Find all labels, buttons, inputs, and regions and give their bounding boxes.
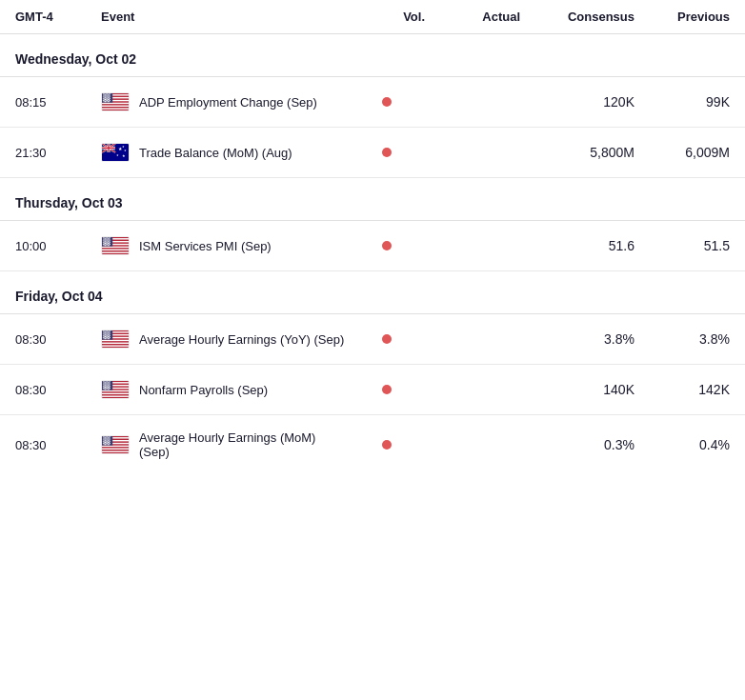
- svg-point-75: [103, 237, 104, 238]
- country-flag: [101, 435, 130, 454]
- event-name: Nonfarm Payrolls (Sep): [139, 383, 268, 397]
- previous-value: 51.5: [634, 238, 730, 253]
- svg-point-19: [103, 95, 104, 96]
- svg-point-245: [107, 438, 108, 439]
- svg-point-150: [104, 335, 105, 336]
- svg-point-136: [108, 331, 109, 332]
- svg-point-38: [106, 99, 107, 100]
- svg-point-146: [106, 334, 107, 335]
- svg-point-189: [109, 382, 110, 383]
- svg-point-249: [105, 440, 106, 441]
- svg-point-201: [103, 386, 104, 387]
- svg-point-165: [110, 337, 111, 338]
- svg-point-101: [108, 242, 109, 243]
- event-time: 08:30: [15, 332, 101, 347]
- svg-point-50: [108, 101, 109, 102]
- svg-point-262: [108, 442, 109, 443]
- svg-rect-72: [102, 250, 129, 250]
- svg-point-194: [108, 383, 109, 384]
- svg-point-130: [107, 330, 108, 331]
- svg-point-42: [104, 100, 105, 101]
- svg-point-131: [108, 330, 109, 331]
- svg-point-238: [105, 437, 106, 438]
- previous-value: 3.8%: [634, 331, 730, 347]
- svg-point-207: [104, 387, 105, 388]
- svg-point-24: [110, 95, 111, 96]
- svg-point-81: [104, 238, 105, 239]
- col-actual: Actual: [425, 10, 520, 24]
- vol-cell: [349, 238, 425, 253]
- svg-point-22: [107, 95, 108, 96]
- svg-point-17: [108, 94, 109, 95]
- svg-point-251: [108, 440, 109, 441]
- svg-rect-175: [102, 390, 129, 391]
- consensus-value: 120K: [520, 94, 634, 110]
- svg-point-79: [108, 237, 109, 238]
- svg-point-16: [106, 94, 107, 95]
- svg-point-254: [104, 441, 105, 442]
- svg-point-253: [103, 441, 104, 442]
- svg-point-9: [104, 93, 105, 94]
- svg-point-199: [108, 385, 109, 386]
- svg-point-162: [106, 337, 107, 338]
- consensus-value: 51.6: [520, 238, 634, 253]
- svg-point-261: [106, 442, 107, 443]
- svg-point-243: [104, 438, 105, 439]
- svg-point-115: [105, 245, 106, 246]
- table-row: 10:00: [0, 221, 745, 271]
- svg-rect-61: [102, 148, 115, 149]
- country-flag: ★ ★ ★ ★ ★: [101, 143, 130, 162]
- svg-point-41: [103, 100, 104, 101]
- calendar-body: Wednesday, Oct 02 08:15: [0, 34, 745, 474]
- previous-value: 142K: [634, 382, 730, 397]
- svg-point-98: [104, 242, 105, 243]
- col-vol: Vol.: [349, 10, 425, 24]
- svg-point-183: [108, 381, 109, 382]
- svg-rect-5: [102, 106, 129, 107]
- svg-point-14: [104, 94, 105, 95]
- svg-point-47: [104, 101, 105, 102]
- svg-point-114: [104, 245, 105, 246]
- volatility-indicator: [382, 97, 392, 107]
- svg-rect-4: [102, 103, 129, 104]
- svg-point-192: [106, 383, 107, 384]
- svg-point-215: [107, 388, 108, 389]
- svg-point-143: [110, 332, 111, 333]
- svg-point-257: [108, 441, 109, 442]
- svg-rect-228: [102, 449, 129, 450]
- svg-point-170: [109, 338, 110, 339]
- svg-point-168: [106, 338, 107, 339]
- svg-point-97: [103, 242, 104, 243]
- svg-point-23: [108, 95, 109, 96]
- previous-value: 0.4%: [634, 437, 730, 452]
- svg-text:★: ★: [122, 145, 125, 149]
- svg-point-27: [106, 97, 107, 98]
- event-details: ADP Employment Change (Sep): [101, 92, 349, 111]
- volatility-indicator: [382, 385, 392, 394]
- svg-point-100: [107, 242, 108, 243]
- svg-rect-123: [102, 340, 129, 341]
- svg-point-167: [105, 338, 106, 339]
- svg-point-110: [106, 244, 107, 245]
- col-consensus: Consensus: [520, 10, 634, 24]
- svg-point-32: [106, 98, 107, 99]
- svg-point-155: [104, 336, 105, 337]
- consensus-value: 5,800M: [520, 145, 634, 160]
- svg-point-205: [108, 386, 109, 387]
- svg-point-94: [106, 241, 107, 242]
- event-time: 21:30: [15, 146, 101, 160]
- event-time: 08:30: [15, 383, 101, 397]
- svg-point-144: [104, 334, 105, 335]
- svg-point-164: [108, 337, 109, 338]
- svg-point-142: [108, 332, 109, 333]
- svg-point-20: [104, 95, 105, 96]
- svg-point-37: [105, 99, 106, 100]
- svg-point-148: [109, 334, 110, 335]
- svg-text:★: ★: [124, 149, 127, 152]
- svg-point-137: [109, 331, 110, 332]
- svg-point-83: [106, 238, 107, 239]
- svg-point-51: [109, 101, 110, 102]
- svg-point-112: [108, 244, 109, 245]
- svg-point-221: [108, 389, 109, 390]
- svg-point-8: [103, 93, 104, 94]
